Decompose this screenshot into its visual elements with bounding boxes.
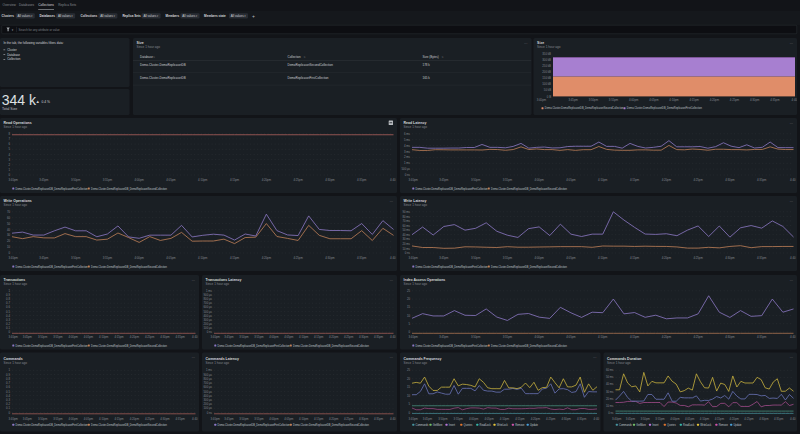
svg-text:3:45pm: 3:45pm bbox=[23, 417, 33, 421]
svg-text:Since 1 hour ago: Since 1 hour ago bbox=[4, 125, 28, 129]
svg-text:…: … bbox=[790, 121, 794, 125]
svg-text:4:40: 4:40 bbox=[790, 178, 796, 182]
svg-text:4:10pm: 4:10pm bbox=[598, 256, 608, 260]
svg-text:Demo-Cluster-DemoReplicasetDB_: Demo-Cluster-DemoReplicasetDB_DemoReplic… bbox=[91, 187, 167, 191]
svg-text:Demo-Cluster-DemoReplicasetDB_: Demo-Cluster-DemoReplicasetDB_DemoReplic… bbox=[416, 265, 489, 269]
svg-text:ReadLock: ReadLock bbox=[480, 423, 492, 427]
svg-text:10: 10 bbox=[7, 245, 11, 249]
svg-text:Demo-Cluster-DemoReplicasetDB_: Demo-Cluster-DemoReplicasetDB_DemoReplic… bbox=[91, 344, 167, 348]
svg-text:4:10pm: 4:10pm bbox=[669, 98, 679, 102]
svg-text:3:50pm: 3:50pm bbox=[589, 98, 599, 102]
svg-text:Commands: Commands bbox=[416, 423, 429, 427]
svg-text:Collections: Collections bbox=[81, 14, 98, 18]
svg-text:4:00pm: 4:00pm bbox=[269, 417, 279, 421]
svg-text:Since 1 hour ago: Since 1 hour ago bbox=[206, 361, 230, 365]
svg-text:4:00pm: 4:00pm bbox=[629, 98, 639, 102]
svg-text:4:15pm: 4:15pm bbox=[715, 417, 725, 421]
svg-text:All values: All values bbox=[231, 14, 244, 18]
svg-text:Update: Update bbox=[530, 423, 539, 427]
svg-text:80 ms: 80 ms bbox=[402, 215, 410, 219]
svg-text:3:50pm: 3:50pm bbox=[640, 417, 650, 421]
svg-text:4:10pm: 4:10pm bbox=[500, 417, 510, 421]
svg-text:178 k: 178 k bbox=[423, 63, 431, 67]
svg-text:…: … bbox=[790, 278, 794, 282]
svg-text:Demo-Cluster-DemoReplicasetDB_: Demo-Cluster-DemoReplicasetDB_DemoReplic… bbox=[218, 344, 291, 348]
svg-text:0 B: 0 B bbox=[547, 95, 551, 99]
svg-text:4:30pm: 4:30pm bbox=[325, 256, 335, 260]
svg-text:3:40pm: 3:40pm bbox=[9, 335, 19, 339]
svg-text:3:55pm: 3:55pm bbox=[454, 417, 464, 421]
svg-text:6 ms: 6 ms bbox=[404, 132, 411, 136]
svg-text:4:00pm: 4:00pm bbox=[469, 417, 479, 421]
svg-text:DemoReplicasetSecondCollection: DemoReplicasetSecondCollection bbox=[288, 63, 334, 67]
svg-text:Since 1 hour ago: Since 1 hour ago bbox=[404, 203, 428, 207]
svg-text:4:35pm: 4:35pm bbox=[577, 417, 587, 421]
svg-text:4:35pm: 4:35pm bbox=[176, 417, 186, 421]
svg-text:4:15pm: 4:15pm bbox=[515, 417, 525, 421]
svg-text:500 µs: 500 µs bbox=[402, 167, 411, 171]
svg-text:4:30pm: 4:30pm bbox=[725, 335, 735, 339]
svg-text:3:50pm: 3:50pm bbox=[438, 417, 448, 421]
svg-text:50 kB: 50 kB bbox=[544, 88, 551, 92]
svg-text:Since 1 hour ago: Since 1 hour ago bbox=[404, 125, 428, 129]
svg-text:…: … bbox=[390, 278, 394, 282]
svg-text:+: + bbox=[252, 13, 255, 19]
svg-text:4 ms: 4 ms bbox=[404, 144, 411, 148]
svg-text:Replica Sets: Replica Sets bbox=[122, 14, 141, 18]
svg-text:3:45pm: 3:45pm bbox=[626, 417, 636, 421]
svg-text:4:40: 4:40 bbox=[790, 417, 796, 421]
svg-text:3:45pm: 3:45pm bbox=[439, 335, 449, 339]
svg-text:4:10pm: 4:10pm bbox=[299, 417, 309, 421]
svg-text:300 kB: 300 kB bbox=[542, 58, 551, 62]
svg-text:4:05pm: 4:05pm bbox=[84, 335, 94, 339]
svg-text:200 kB: 200 kB bbox=[542, 70, 551, 74]
svg-text:0 ns: 0 ns bbox=[405, 173, 411, 177]
svg-text:4:35pm: 4:35pm bbox=[774, 417, 784, 421]
svg-text:6: 6 bbox=[8, 142, 10, 146]
svg-text:4:05pm: 4:05pm bbox=[284, 335, 294, 339]
svg-text:165 k: 165 k bbox=[423, 76, 431, 80]
svg-text:⇅: ⇅ bbox=[153, 56, 155, 59]
svg-text:4:25pm: 4:25pm bbox=[730, 98, 740, 102]
svg-text:4:10pm: 4:10pm bbox=[99, 417, 109, 421]
svg-text:Total Size: Total Size bbox=[2, 106, 17, 110]
svg-text:70: 70 bbox=[7, 210, 11, 214]
svg-text:Remove: Remove bbox=[719, 423, 729, 427]
svg-text:0: 0 bbox=[8, 411, 10, 415]
svg-text:5: 5 bbox=[408, 402, 410, 406]
svg-text:All values: All values bbox=[18, 14, 31, 18]
svg-text:4:30pm: 4:30pm bbox=[725, 178, 735, 182]
svg-text:4:25pm: 4:25pm bbox=[344, 335, 354, 339]
svg-text:40 ms: 40 ms bbox=[402, 233, 410, 237]
svg-text:3:50pm: 3:50pm bbox=[471, 335, 481, 339]
svg-text:▾: ▾ bbox=[12, 28, 14, 32]
svg-text:4:20pm: 4:20pm bbox=[662, 256, 672, 260]
svg-text:4:15pm: 4:15pm bbox=[630, 178, 640, 182]
svg-text:3:55pm: 3:55pm bbox=[103, 178, 113, 182]
svg-text:10 ms: 10 ms bbox=[402, 247, 410, 251]
svg-text:Since 1 hour ago: Since 1 hour ago bbox=[404, 361, 428, 365]
svg-text:4:10pm: 4:10pm bbox=[198, 178, 208, 182]
svg-text:Commands Frequency: Commands Frequency bbox=[404, 357, 442, 361]
svg-text:4:25pm: 4:25pm bbox=[145, 335, 155, 339]
svg-text:30: 30 bbox=[7, 233, 11, 237]
svg-text:20 ms: 20 ms bbox=[402, 242, 410, 246]
svg-text:4:25pm: 4:25pm bbox=[693, 335, 703, 339]
svg-text:344 k: 344 k bbox=[2, 92, 37, 108]
svg-text:4:40: 4:40 bbox=[790, 335, 796, 339]
svg-text:Demo-Cluster-DemoReplicasetDB_: Demo-Cluster-DemoReplicasetDB_DemoReplic… bbox=[416, 187, 489, 191]
svg-text:0 ns: 0 ns bbox=[608, 411, 614, 415]
svg-text:0: 0 bbox=[8, 330, 10, 334]
svg-text:4:10pm: 4:10pm bbox=[598, 335, 608, 339]
svg-text:WriteLock: WriteLock bbox=[700, 423, 712, 427]
svg-text:4:15pm: 4:15pm bbox=[230, 178, 240, 182]
svg-text:30 ms: 30 ms bbox=[402, 237, 410, 241]
svg-text:0 ns: 0 ns bbox=[207, 330, 213, 334]
svg-text:50 ms: 50 ms bbox=[402, 228, 410, 232]
svg-text:Replica Sets: Replica Sets bbox=[58, 3, 76, 7]
svg-text:30 ms: 30 ms bbox=[606, 390, 614, 394]
svg-text:4:35pm: 4:35pm bbox=[357, 178, 367, 182]
svg-text:4:00pm: 4:00pm bbox=[534, 178, 544, 182]
svg-text:4:00pm: 4:00pm bbox=[68, 335, 78, 339]
svg-text:4:35pm: 4:35pm bbox=[757, 335, 767, 339]
